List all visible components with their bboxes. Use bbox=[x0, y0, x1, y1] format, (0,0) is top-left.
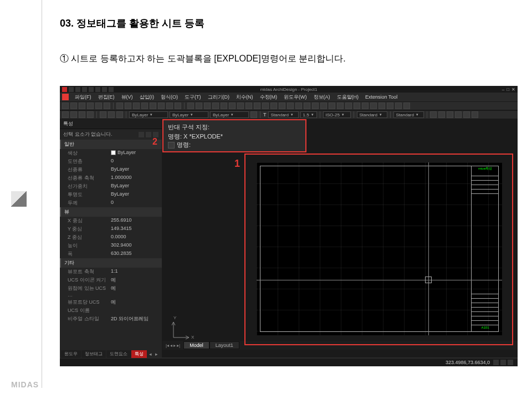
command-line-box[interactable]: 반대 구석 지정: 명령: X *EXPLODE* 명령: bbox=[162, 119, 306, 152]
status-icon[interactable] bbox=[493, 360, 499, 365]
tool-icon[interactable] bbox=[320, 103, 327, 109]
qat-icon[interactable] bbox=[82, 87, 87, 92]
menu-help[interactable]: 도움말(H) bbox=[334, 94, 362, 101]
linetype-combo[interactable]: ByLayer bbox=[170, 111, 208, 118]
tool-icon[interactable] bbox=[125, 103, 131, 109]
menu-tools[interactable]: 도구(T) bbox=[182, 94, 204, 101]
tool-icon[interactable] bbox=[463, 111, 470, 118]
qat-icon[interactable] bbox=[75, 87, 80, 92]
panel-icon[interactable] bbox=[146, 132, 151, 137]
panel-tab-elements[interactable]: 도면요소 bbox=[106, 350, 131, 358]
status-icon[interactable] bbox=[500, 360, 506, 365]
panel-tab-next-icon[interactable]: ▸ bbox=[154, 350, 159, 358]
panel-tab-infotag[interactable]: 정보태그 bbox=[81, 350, 106, 358]
tool-icon[interactable] bbox=[387, 103, 393, 109]
grid-area[interactable]: mioa특성 A101 bbox=[257, 162, 502, 335]
menu-modify[interactable]: 수정(M) bbox=[257, 94, 280, 101]
menu-file[interactable]: 파일(F) bbox=[72, 94, 94, 101]
tool-icon[interactable] bbox=[279, 103, 285, 109]
panel-tab-props[interactable]: 특성 bbox=[131, 350, 147, 358]
tool-icon[interactable] bbox=[312, 103, 319, 109]
cmd-prompt[interactable]: 명령: bbox=[168, 141, 301, 149]
tool-icon[interactable] bbox=[196, 103, 202, 109]
tab-nav-last-icon[interactable]: ▸| bbox=[177, 343, 180, 348]
qat-icon[interactable] bbox=[95, 87, 100, 92]
tool-icon[interactable] bbox=[175, 103, 181, 109]
menu-format[interactable]: 형식(O) bbox=[158, 94, 181, 101]
tool-icon[interactable] bbox=[87, 103, 94, 109]
tool-icon[interactable] bbox=[262, 103, 269, 109]
group-general[interactable]: 일반 bbox=[60, 140, 162, 149]
tool-icon[interactable] bbox=[116, 103, 123, 109]
tool-icon[interactable] bbox=[95, 103, 102, 109]
tool-icon[interactable] bbox=[250, 111, 257, 118]
tool-icon[interactable] bbox=[229, 103, 236, 109]
group-view[interactable]: 뷰 bbox=[60, 207, 162, 217]
menu-draw[interactable]: 그리기(D) bbox=[205, 94, 233, 101]
status-icon[interactable] bbox=[508, 360, 513, 365]
panel-icon[interactable] bbox=[139, 132, 144, 137]
qat-icon[interactable] bbox=[89, 87, 94, 92]
tool-icon[interactable] bbox=[133, 103, 140, 109]
tool-icon[interactable] bbox=[212, 103, 219, 109]
mleaderstyle-combo[interactable]: Standard bbox=[393, 111, 424, 118]
tool-icon[interactable] bbox=[79, 111, 85, 118]
lineweight-combo[interactable]: ByLayer bbox=[210, 111, 249, 118]
quick-access-toolbar[interactable] bbox=[62, 87, 114, 92]
tool-icon[interactable] bbox=[70, 111, 77, 118]
tool-icon[interactable] bbox=[108, 111, 115, 118]
tool-icon[interactable] bbox=[304, 103, 310, 109]
tool-icon[interactable] bbox=[378, 103, 385, 109]
qat-icon[interactable] bbox=[109, 87, 114, 92]
tool-icon[interactable] bbox=[62, 103, 69, 109]
tool-icon[interactable] bbox=[104, 103, 110, 109]
menu-edit[interactable]: 편집(E) bbox=[95, 94, 117, 101]
panel-tab-window[interactable]: 윈도우 bbox=[61, 350, 81, 358]
drawing-canvas[interactable]: 2 반대 구석 지정: 명령: X *EXPLODE* 명령: 1 mioa특성… bbox=[162, 119, 518, 357]
tool-icon[interactable] bbox=[370, 103, 377, 109]
tool-icon[interactable] bbox=[345, 103, 352, 109]
tool-icon[interactable] bbox=[141, 103, 148, 109]
tab-layout1[interactable]: Layout1 bbox=[209, 341, 239, 349]
minimize-button[interactable]: – bbox=[502, 87, 504, 92]
textscale-combo[interactable]: 1.5 bbox=[300, 111, 317, 118]
tool-icon[interactable] bbox=[438, 111, 445, 118]
tab-nav-next-icon[interactable]: ▸ bbox=[173, 343, 176, 348]
tool-icon[interactable] bbox=[62, 111, 69, 118]
qat-icon[interactable] bbox=[102, 87, 107, 92]
tool-icon[interactable] bbox=[337, 103, 344, 109]
menu-view[interactable]: 뷰(V) bbox=[119, 94, 136, 101]
tool-icon[interactable] bbox=[70, 103, 77, 109]
tool-icon[interactable] bbox=[447, 111, 453, 118]
tool-icon[interactable] bbox=[204, 103, 211, 109]
tool-icon[interactable] bbox=[158, 103, 165, 109]
tab-model[interactable]: Model bbox=[183, 341, 209, 349]
menu-insert[interactable]: 삽입(I) bbox=[137, 94, 157, 101]
tool-icon[interactable] bbox=[287, 103, 294, 109]
dimstyle-combo[interactable]: ISO-25 bbox=[323, 111, 351, 118]
close-button[interactable]: ✕ bbox=[511, 87, 515, 92]
tool-icon[interactable] bbox=[455, 111, 462, 118]
color-combo[interactable]: ByLayer bbox=[129, 111, 168, 118]
tool-icon[interactable] bbox=[354, 103, 360, 109]
tool-icon[interactable] bbox=[245, 103, 252, 109]
panel-tab-prev-icon[interactable]: ◂ bbox=[147, 350, 153, 358]
tab-nav-first-icon[interactable]: |◂ bbox=[166, 343, 169, 348]
tool-icon[interactable] bbox=[395, 103, 402, 109]
tool-icon[interactable] bbox=[100, 111, 106, 118]
tool-icon[interactable] bbox=[430, 111, 437, 118]
textstyle-combo[interactable]: Standard bbox=[268, 111, 299, 118]
tool-icon[interactable] bbox=[166, 103, 173, 109]
tab-nav-prev-icon[interactable]: ◂ bbox=[170, 343, 172, 348]
tool-icon[interactable] bbox=[187, 103, 194, 109]
maximize-button[interactable]: □ bbox=[507, 87, 509, 92]
tool-icon[interactable] bbox=[87, 111, 94, 118]
tool-icon[interactable] bbox=[403, 103, 410, 109]
menu-window[interactable]: 윈도우(W) bbox=[281, 94, 310, 101]
tool-icon[interactable] bbox=[295, 103, 302, 109]
tool-icon[interactable] bbox=[79, 103, 85, 109]
tool-icon[interactable] bbox=[237, 103, 244, 109]
app-menu-button[interactable] bbox=[62, 94, 69, 100]
menu-extension[interactable]: Extension Tool bbox=[362, 94, 400, 100]
tool-icon[interactable] bbox=[150, 103, 156, 109]
